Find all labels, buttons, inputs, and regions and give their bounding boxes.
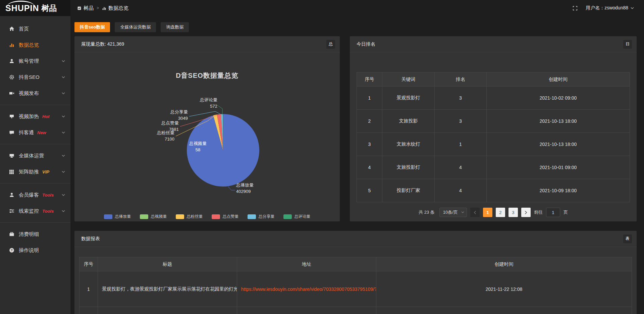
chevron-down-icon <box>62 155 65 157</box>
data-tabs: 抖音seo数据 全媒体运营数据 询盘数据 <box>74 22 189 32</box>
cell-time: 2021-11-22 12:08 <box>376 271 632 307</box>
pagination-total: 共 23 条 <box>419 209 435 215</box>
chevron-down-icon <box>62 171 65 173</box>
video-camera-icon <box>9 91 14 96</box>
goto-label: 前往 <box>534 209 543 215</box>
sidebar-item-lead-monitor[interactable]: 线索监控 Tools <box>0 203 70 219</box>
pie-chart: D音SEO数据量总览 总评论量572 总分享量3049 总点赞量7681 <box>74 52 340 221</box>
cell-time: 2021-10-01 09:00 <box>487 156 630 179</box>
monitor-icon <box>9 153 14 158</box>
page-button-3[interactable]: 3 <box>508 208 518 217</box>
sidebar-item-omnimedia[interactable]: 全媒体运营 <box>0 148 70 164</box>
legend-label: 总点赞量 <box>223 214 239 219</box>
chevron-down-icon <box>62 115 65 118</box>
sidebar-item-label: 数据总览 <box>19 42 39 48</box>
vip-tag: VIP <box>42 169 49 174</box>
cell-time: 2021-10-13 18:00 <box>487 133 630 156</box>
overview-panel-header: 展现量总数: 421,369 总 <box>74 36 340 52</box>
rank-table-header-row: 序号 关键词 排名 创建时间 <box>357 72 630 87</box>
cell-title <box>98 307 237 314</box>
legend-swatch <box>248 214 256 219</box>
total-badge-button[interactable]: 总 <box>326 40 335 49</box>
table-row: 1 景观投影灯 3 2021-10-02 09:00 <box>357 87 630 110</box>
sidebar-item-label: 视频加热 <box>19 113 39 120</box>
sidebar-item-data-overview[interactable]: 数据总览 <box>0 37 70 53</box>
col-keyword: 关键词 <box>382 72 435 87</box>
overview-total-label: 展现量总数: 421,369 <box>81 41 124 47</box>
sidebar-item-video-heat[interactable]: 视频加热 Hot <box>0 108 70 124</box>
legend-label: 总粉丝量 <box>187 214 203 219</box>
sidebar-item-matrix-boost[interactable]: 矩阵助推 VIP <box>0 164 70 180</box>
sidebar-item-label: 线索监控 <box>19 208 39 214</box>
report-table-header-row: 序号 标题 地址 创建时间 <box>79 257 632 271</box>
question-circle-icon: ? <box>9 248 14 253</box>
chevron-right-icon <box>525 211 527 214</box>
user-menu[interactable]: 用户名：zswodun88 <box>586 5 634 11</box>
video-link[interactable]: https://www.iesdouyin.com/share/video/70… <box>241 286 376 292</box>
col-url: 地址 <box>237 257 376 271</box>
cell-time: 2021-10-13 18:00 <box>487 110 630 133</box>
legend-item[interactable]: 总播放量 <box>104 214 131 219</box>
legend-label: 总评论量 <box>294 214 311 219</box>
cell-rank: 4 <box>435 179 487 202</box>
sidebar-item-consumption[interactable]: 消费明细 <box>0 226 70 242</box>
person-icon <box>9 192 14 198</box>
logo-text-en: SHUPIN <box>5 4 39 12</box>
table-row: 1 景观投影灯，夜游景观投影灯厂家展示展示落花灯在花园里的灯光投影应用效果 # … <box>79 271 632 307</box>
rank-panel-header: 今日排名 日 <box>350 36 637 52</box>
next-page-button[interactable] <box>521 208 531 217</box>
wallet-icon <box>9 231 14 237</box>
breadcrumb-root[interactable]: 树品 <box>77 5 94 11</box>
cell-title: 景观投影灯，夜游景观投影灯厂家展示展示落花灯在花园里的灯光投影应用效果 # <box>98 271 237 307</box>
chevron-down-icon <box>62 60 65 62</box>
col-time: 创建时间 <box>376 257 632 271</box>
prev-page-button[interactable] <box>470 208 480 217</box>
legend-item[interactable]: 总粉丝量 <box>176 214 203 219</box>
sidebar-item-douyin-seo[interactable]: 抖音SEO <box>0 69 70 85</box>
cell-keyword: 文旅水纹灯 <box>382 133 435 156</box>
table-row: 3 文旅水纹灯 1 2021-10-13 18:00 <box>357 133 630 156</box>
cell-rank: 4 <box>435 156 487 179</box>
page-size-select[interactable]: 10条/页 <box>439 208 467 217</box>
sidebar-item-doukotong[interactable]: 抖客通 New <box>0 124 70 141</box>
legend-swatch <box>176 214 184 219</box>
table-badge-button[interactable]: 表 <box>623 234 632 243</box>
rank-panel: 今日排名 日 序号 关键词 排名 创建时间 1 景观投影灯 <box>350 36 637 221</box>
pie-label-comments: 总评论量572 <box>200 97 217 109</box>
breadcrumb-current[interactable]: 数据总览 <box>102 5 128 11</box>
sidebar-item-label: 会员爆客 <box>19 192 39 198</box>
sidebar-item-label: 全媒体运营 <box>19 153 44 159</box>
pie-label-plays: 总播放量402909 <box>236 182 254 195</box>
page-button-1[interactable]: 1 <box>483 208 492 217</box>
day-badge-button[interactable]: 日 <box>623 40 632 49</box>
sidebar-item-home[interactable]: 首页 <box>0 21 70 37</box>
sidebar-item-help[interactable]: ? 操作说明 <box>0 242 70 258</box>
legend-item[interactable]: 总视频量 <box>140 214 167 219</box>
new-tag: New <box>37 130 46 135</box>
cell-time <box>376 307 632 314</box>
page-button-2[interactable]: 2 <box>496 208 505 217</box>
fullscreen-icon[interactable] <box>573 6 578 11</box>
hot-tag: Hot <box>42 114 50 119</box>
sidebar-item-member-burst[interactable]: 会员爆客 Tools <box>0 187 70 203</box>
chevron-down-icon <box>62 92 65 95</box>
sidebar-item-video-publish[interactable]: 视频发布 <box>0 85 70 101</box>
legend-item[interactable]: 总点赞量 <box>212 214 239 219</box>
sidebar-item-label: 视频发布 <box>19 90 39 97</box>
tab-inquiry-data[interactable]: 询盘数据 <box>161 22 189 32</box>
table-row <box>79 307 632 314</box>
cell-index: 1 <box>79 271 98 307</box>
goto-page-input[interactable] <box>546 208 560 217</box>
legend-item[interactable]: 总分享量 <box>248 214 275 219</box>
tab-douyin-seo-data[interactable]: 抖音seo数据 <box>74 22 110 32</box>
cell-index: 3 <box>357 133 382 156</box>
cell-time: 2021-10-02 09:00 <box>487 87 630 110</box>
cell-rank: 1 <box>435 133 487 156</box>
breadcrumb-root-label: 树品 <box>84 5 94 11</box>
breadcrumb-current-label: 数据总览 <box>108 5 128 11</box>
tab-omnimedia-data[interactable]: 全媒体运营数据 <box>115 22 156 32</box>
sidebar-item-account[interactable]: 账号管理 <box>0 53 70 69</box>
legend-item[interactable]: 总评论量 <box>283 214 311 219</box>
chat-bubble-icon <box>9 130 14 135</box>
tools-tag: Tools <box>42 193 54 198</box>
